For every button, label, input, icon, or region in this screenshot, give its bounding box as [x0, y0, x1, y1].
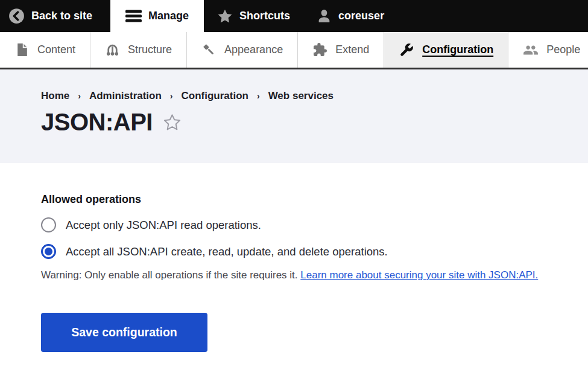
shortcuts-label: Shortcuts [239, 10, 290, 22]
back-circle-icon [8, 8, 25, 24]
securing-jsonapi-link[interactable]: Learn more about securing your site with… [300, 269, 538, 281]
breadcrumb-separator: › [78, 91, 81, 101]
toolbar-item-content[interactable]: Content [0, 32, 90, 68]
toolbar-label: Extend [335, 43, 369, 56]
toolbar-item-extend[interactable]: Extend [298, 32, 384, 68]
shortcuts-button[interactable]: Shortcuts [204, 0, 303, 32]
option-all-operations[interactable]: Accept all JSON:API create, read, update… [41, 244, 547, 259]
toolbar-label: Structure [128, 43, 172, 56]
toolbar-label: People [546, 43, 580, 56]
toolbar-item-structure[interactable]: Structure [90, 32, 187, 68]
option-read-only[interactable]: Accept only JSON:API read operations. [41, 217, 547, 232]
breadcrumb-separator: › [170, 91, 173, 101]
sitemap-icon [105, 42, 120, 57]
manage-tab[interactable]: Manage [110, 0, 204, 32]
jsonapi-settings-form: Allowed operations Accept only JSON:API … [0, 163, 588, 378]
toolbar-item-people[interactable]: People [508, 32, 588, 68]
toolbar-label: Content [37, 43, 75, 56]
people-icon [523, 42, 539, 58]
file-icon [14, 42, 30, 57]
admin-toolbar: Back to site Manage Shortcuts [0, 0, 588, 32]
save-configuration-button[interactable]: Save configuration [41, 313, 207, 352]
breadcrumb-configuration[interactable]: Configuration [182, 90, 248, 102]
admin-toolbar-tray: Content Structure [0, 32, 588, 69]
breadcrumb: Home › Administration › Configuration › … [41, 90, 547, 102]
allowed-operations-label: Allowed operations [41, 193, 547, 206]
breadcrumb-web-services[interactable]: Web services [268, 90, 334, 102]
option-all-operations-label: Accept all JSON:API create, read, update… [66, 245, 388, 258]
toolbar-label: Appearance [224, 43, 283, 56]
menu-icon [125, 8, 142, 24]
page-header: Home › Administration › Configuration › … [0, 69, 588, 163]
radio-all-operations[interactable] [41, 244, 56, 259]
username-label: coreuser [338, 10, 384, 22]
breadcrumb-administration[interactable]: Administration [89, 90, 162, 102]
back-to-site-label: Back to site [31, 10, 92, 22]
radio-read-only[interactable] [41, 217, 56, 232]
warning-message: Warning: Only enable all operations if t… [41, 269, 298, 281]
warning-text: Warning: Only enable all operations if t… [41, 269, 547, 281]
page-title: JSON:API [41, 109, 153, 136]
option-read-only-label: Accept only JSON:API read operations. [66, 219, 261, 232]
manage-label: Manage [148, 10, 189, 22]
puzzle-icon [312, 42, 327, 57]
user-icon [317, 8, 332, 24]
jsonapi-configuration-screen: Back to site Manage Shortcuts [0, 0, 588, 378]
toolbar-label: Configuration [422, 43, 493, 56]
brush-icon [201, 42, 217, 57]
star-icon [217, 8, 233, 24]
breadcrumb-home[interactable]: Home [41, 90, 69, 102]
user-account-button[interactable]: coreuser [303, 0, 397, 32]
breadcrumb-separator: › [257, 91, 260, 101]
toolbar-item-configuration[interactable]: Configuration [384, 32, 508, 68]
star-outline-icon[interactable] [163, 113, 182, 132]
toolbar-item-appearance[interactable]: Appearance [187, 32, 298, 68]
back-to-site-button[interactable]: Back to site [0, 0, 110, 32]
wrench-icon [399, 42, 414, 58]
